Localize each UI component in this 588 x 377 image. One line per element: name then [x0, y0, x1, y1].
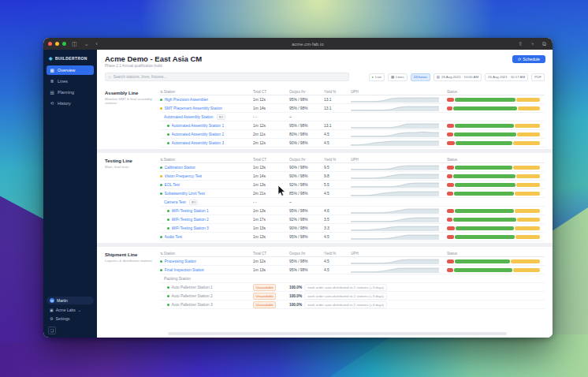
sidebar-item-planning[interactable]: ▤Planning [47, 88, 94, 97]
station-link[interactable]: Camera Test [164, 200, 186, 204]
section-title: Testing Line [105, 159, 160, 163]
table-row[interactable]: Vision Frequency Test1m 14s90% / 98%9.8 [160, 172, 545, 181]
range-filter[interactable]: 24 hours [411, 73, 430, 81]
status-segment-red [447, 124, 454, 128]
table-row[interactable]: Final Inspection Station1m 13s95% / 98%4… [160, 266, 545, 274]
horizontal-scrollbar[interactable] [168, 332, 507, 335]
yield-cell: 13.1 [324, 106, 351, 110]
back-icon[interactable]: ‹ [95, 41, 99, 47]
table-row[interactable]: Auto Palletizer Station 1Unavailable100.… [160, 283, 545, 292]
search-input[interactable]: ⌕ Search stations, lines, fixtures... [105, 73, 349, 81]
status-cell [447, 226, 545, 230]
status-segment-red [447, 98, 454, 102]
output-cell: 90% / 98% [289, 174, 324, 178]
status-cell [447, 259, 545, 263]
station-link[interactable]: High Precision Assembler [165, 98, 209, 102]
sort-icon[interactable]: ⇅ [160, 90, 163, 94]
table-row[interactable]: Automated Assembly Station 11m 12s95% / … [160, 121, 545, 130]
uph-sparkline [351, 181, 439, 188]
close-button[interactable] [48, 42, 52, 46]
station-link[interactable]: WiFi Testing Station 1 [172, 209, 209, 213]
sidebar-item-history[interactable]: ⟲History [47, 99, 94, 108]
station-link[interactable]: Final Inspection Station [165, 268, 205, 272]
section-table: ⇅StationTotal CTOutput /hrYield %UPHStat… [160, 88, 545, 147]
table-row[interactable]: High Precision Assembler1m 12s95% / 98%1… [160, 95, 545, 104]
station-link[interactable]: Automated Assembly Station 3 [172, 141, 225, 145]
yield-cell: 4.5 [324, 268, 351, 272]
pdf-export-button[interactable]: PDF [531, 73, 545, 81]
station-link[interactable]: Processing Station [165, 259, 197, 263]
status-segment-red [447, 226, 455, 230]
sidebar-item-lines[interactable]: ≣Lines [47, 77, 94, 86]
table-row[interactable]: Automated Assembly Station⊞3- -~ [160, 113, 545, 121]
table-row[interactable]: SMT Placement Assembly Station1m 14s95% … [160, 104, 545, 113]
station-link[interactable]: Automated Assembly Station 1 [172, 124, 225, 128]
chevron-down-icon[interactable]: ⌄ [83, 41, 91, 47]
status-segment-green [454, 133, 516, 136]
total-ct-cell: 1m 13s [253, 268, 289, 272]
date-to-picker[interactable]: 26 Aug 2021 · 10:17 AM [485, 73, 528, 81]
sidebar-item-overview[interactable]: ▦Overview [47, 65, 94, 75]
table-row[interactable]: Camera Test⊞3- -~ [160, 198, 545, 207]
table-row[interactable]: Calibration Station1m 13s90% / 98%9.5 [160, 163, 545, 172]
new-tab-icon[interactable]: ＋ [528, 41, 537, 47]
station-link[interactable]: WiFi Testing Station 2 [172, 218, 209, 222]
date-from-picker[interactable]: ▤ 26 Aug 2021 · 10:00 AM [434, 73, 482, 81]
sidebar-item-settings[interactable]: ⚙ Settings [47, 315, 94, 322]
group-expand-icon[interactable]: ⊞3 [189, 200, 198, 205]
sort-icon[interactable]: ⇅ [160, 158, 163, 162]
section-card: Testing LineMain, final tests⇅StationTot… [97, 153, 553, 243]
station-link[interactable]: Automated Assembly Station [164, 115, 214, 119]
minimize-button[interactable] [55, 42, 59, 46]
station-link[interactable]: WiFi Testing Station 3 [172, 226, 209, 230]
live-toggle[interactable]: ● Live [369, 73, 385, 81]
station-cell: EOL Test [160, 183, 253, 187]
table-row[interactable]: Processing Station1m 12s95% / 98%4.5 [160, 257, 545, 266]
uph-sparkline [351, 96, 439, 103]
status-bar [447, 209, 540, 213]
lines-filter[interactable]: ▦ Lines [388, 73, 408, 81]
sidebar-toggle-icon[interactable]: ◫ [70, 41, 79, 47]
table-row[interactable]: WiFi Testing Station 21m 17s92% / 98%3.5 [160, 215, 545, 224]
table-row[interactable]: Packing Station [160, 274, 545, 283]
station-link[interactable]: Vision Frequency Test [165, 174, 203, 178]
table-row[interactable]: Audio Test1m 13s95% / 98%4.5 [160, 233, 545, 241]
section-subtitle: Mainline SMT & final assembly stations [105, 97, 160, 106]
org-switcher[interactable]: ▣ Acme Labs ⌄ [47, 307, 94, 313]
sort-icon[interactable]: ⇅ [160, 252, 163, 256]
output-cell: 85% / 98% [289, 192, 324, 196]
column-header: Total CT [253, 252, 289, 256]
station-link[interactable]: Subassembly Limit Test [165, 192, 205, 196]
group-expand-icon[interactable]: ⊞3 [217, 114, 225, 120]
sidebar-collapse-button[interactable]: ❏ [48, 327, 56, 334]
status-segment-red [447, 192, 453, 196]
status-bar [447, 98, 540, 102]
output-cell: ~ [289, 200, 324, 204]
schedule-button[interactable]: ⟳ Schedule [512, 55, 545, 63]
table-row[interactable]: WiFi Testing Station 31m 13s90% / 98%3.3 [160, 224, 545, 233]
table-row[interactable]: Auto Palletizer Station 3Unavailable100.… [160, 300, 545, 309]
profile-pill[interactable]: M Martin [47, 297, 94, 304]
share-icon[interactable]: ⇧ [516, 41, 524, 47]
tabs-overview-icon[interactable]: ⧉ [541, 41, 548, 47]
table-row[interactable]: EOL Test1m 13s92% / 98%5.5 [160, 181, 545, 189]
table-row[interactable]: Subassembly Limit Test2m 21s85% / 98%4.5 [160, 189, 545, 198]
status-segment-yellow [515, 235, 540, 239]
table-row[interactable]: WiFi Testing Station 11m 13s95% / 98%4.6 [160, 207, 545, 215]
address-bar[interactable]: acme.cm-fab.io [103, 42, 512, 47]
table-row[interactable]: Automated Assembly Station 22m 11s80% / … [160, 130, 545, 139]
app-sidebar: ◆ BUILDERTRON ▦Overview≣Lines▤Planning⟲H… [43, 50, 97, 338]
status-segment-yellow [513, 166, 540, 170]
station-link[interactable]: EOL Test [165, 183, 180, 187]
station-link[interactable]: Calibration Station [165, 166, 196, 170]
station-link[interactable]: SMT Placement Assembly Station [165, 106, 223, 110]
zoom-button[interactable] [62, 42, 66, 46]
station-cell: Auto Palletizer Station 1 [160, 286, 253, 289]
station-link[interactable]: Audio Test [165, 235, 183, 239]
table-row[interactable]: Automated Assembly Station 32m 12s90% / … [160, 139, 545, 147]
station-link[interactable]: Automated Assembly Station 2 [172, 133, 225, 136]
station-cell: Camera Test⊞3 [160, 200, 253, 205]
status-bar [447, 226, 540, 230]
sidebar-item-label: Overview [58, 68, 75, 73]
table-row[interactable]: Auto Palletizer Station 2Unavailable100.… [160, 292, 545, 300]
